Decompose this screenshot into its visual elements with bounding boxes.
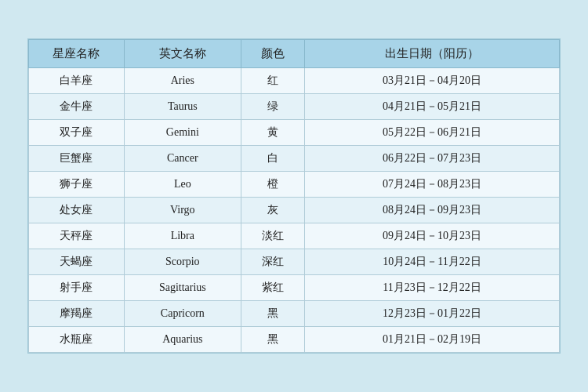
cell-color: 黄 [241, 120, 304, 146]
table-row: 处女座Virgo灰08月24日－09月23日 [29, 198, 560, 223]
cell-cn-name: 水瓶座 [29, 327, 125, 353]
cell-cn-name: 摩羯座 [29, 301, 125, 327]
table-row: 白羊座Aries红03月21日－04月20日 [29, 68, 560, 94]
table-row: 金牛座Taurus绿04月21日－05月21日 [29, 94, 560, 120]
table-row: 天蝎座Scorpio深红10月24日－11月22日 [29, 249, 560, 275]
cell-date-range: 12月23日－01月22日 [305, 301, 560, 327]
cell-color: 绿 [241, 94, 304, 120]
cell-color: 白 [241, 146, 304, 172]
cell-color: 黑 [241, 327, 304, 353]
cell-cn-name: 天蝎座 [29, 249, 125, 275]
table-row: 双子座Gemini黄05月22日－06月21日 [29, 120, 560, 146]
header-color: 颜色 [241, 40, 304, 68]
table-row: 狮子座Leo橙07月24日－08月23日 [29, 172, 560, 198]
cell-en-name: Scorpio [124, 249, 241, 275]
cell-date-range: 06月22日－07月23日 [305, 146, 560, 172]
table-header-row: 星座名称 英文名称 颜色 出生日期（阳历） [29, 40, 560, 68]
cell-en-name: Leo [124, 172, 241, 198]
cell-color: 红 [241, 68, 304, 94]
zodiac-table-container: 星座名称 英文名称 颜色 出生日期（阳历） 白羊座Aries红03月21日－04… [27, 38, 561, 354]
table-row: 巨蟹座Cancer白06月22日－07月23日 [29, 146, 560, 172]
cell-en-name: Libra [124, 223, 241, 249]
cell-date-range: 07月24日－08月23日 [305, 172, 560, 198]
cell-cn-name: 狮子座 [29, 172, 125, 198]
cell-date-range: 01月21日－02月19日 [305, 327, 560, 353]
header-date-range: 出生日期（阳历） [305, 40, 560, 68]
cell-cn-name: 白羊座 [29, 68, 125, 94]
cell-date-range: 10月24日－11月22日 [305, 249, 560, 275]
cell-en-name: Aquarius [124, 327, 241, 353]
cell-date-range: 11月23日－12月22日 [305, 275, 560, 301]
cell-cn-name: 处女座 [29, 198, 125, 223]
cell-en-name: Aries [124, 68, 241, 94]
cell-cn-name: 巨蟹座 [29, 146, 125, 172]
cell-en-name: Capricorn [124, 301, 241, 327]
cell-en-name: Taurus [124, 94, 241, 120]
cell-color: 灰 [241, 198, 304, 223]
cell-cn-name: 射手座 [29, 275, 125, 301]
table-row: 射手座Sagittarius紫红11月23日－12月22日 [29, 275, 560, 301]
cell-cn-name: 双子座 [29, 120, 125, 146]
cell-color: 淡红 [241, 223, 304, 249]
header-en-name: 英文名称 [124, 40, 241, 68]
cell-cn-name: 天秤座 [29, 223, 125, 249]
cell-color: 紫红 [241, 275, 304, 301]
cell-date-range: 04月21日－05月21日 [305, 94, 560, 120]
header-cn-name: 星座名称 [29, 40, 125, 68]
cell-en-name: Cancer [124, 146, 241, 172]
cell-date-range: 03月21日－04月20日 [305, 68, 560, 94]
cell-color: 橙 [241, 172, 304, 198]
cell-color: 黑 [241, 301, 304, 327]
cell-color: 深红 [241, 249, 304, 275]
cell-en-name: Virgo [124, 198, 241, 223]
cell-en-name: Gemini [124, 120, 241, 146]
zodiac-table: 星座名称 英文名称 颜色 出生日期（阳历） 白羊座Aries红03月21日－04… [28, 39, 560, 353]
table-row: 水瓶座Aquarius黑01月21日－02月19日 [29, 327, 560, 353]
cell-date-range: 08月24日－09月23日 [305, 198, 560, 223]
table-row: 摩羯座Capricorn黑12月23日－01月22日 [29, 301, 560, 327]
cell-date-range: 09月24日－10月23日 [305, 223, 560, 249]
cell-date-range: 05月22日－06月21日 [305, 120, 560, 146]
cell-cn-name: 金牛座 [29, 94, 125, 120]
table-row: 天秤座Libra淡红09月24日－10月23日 [29, 223, 560, 249]
cell-en-name: Sagittarius [124, 275, 241, 301]
